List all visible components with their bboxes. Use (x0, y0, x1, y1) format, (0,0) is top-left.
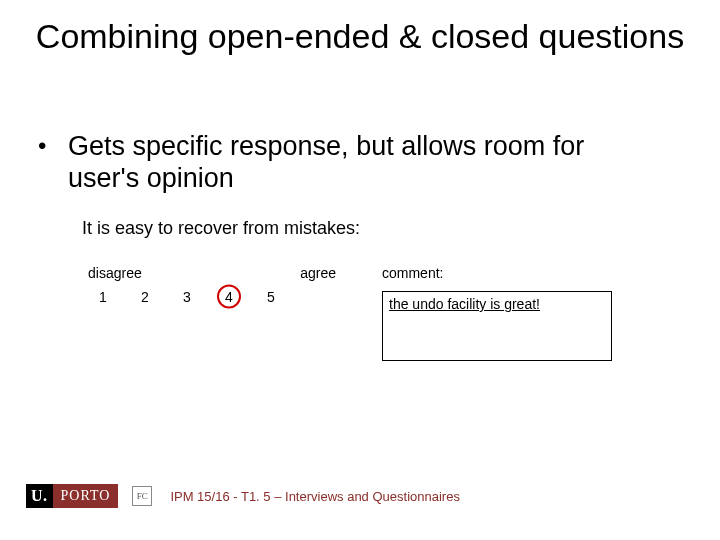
example-block: It is easy to recover from mistakes: dis… (82, 218, 642, 361)
example-prompt: It is easy to recover from mistakes: (82, 218, 642, 239)
scale-5: 5 (250, 287, 292, 307)
footer: U. PORTO FC IPM 15/16 - T1. 5 – Intervie… (26, 484, 460, 508)
comment-box: the undo facility is great! (382, 291, 612, 361)
likert-scale: disagree agree 1 2 3 4 5 (82, 265, 342, 307)
scale-2: 2 (124, 287, 166, 307)
scale-1: 1 (82, 287, 124, 307)
bullet-item: • Gets specific response, but allows roo… (38, 130, 638, 195)
footer-text: IPM 15/16 - T1. 5 – Interviews and Quest… (170, 489, 460, 504)
scale-4-selected: 4 (208, 287, 250, 307)
scale-low-label: disagree (88, 265, 142, 281)
bullet-text: Gets specific response, but allows room … (68, 130, 638, 195)
slide-title: Combining open-ended & closed questions (0, 16, 720, 57)
scale-high-label: agree (300, 265, 336, 281)
comment-label: comment: (382, 265, 612, 281)
logo-porto: PORTO (53, 484, 119, 508)
fc-badge: FC (132, 486, 152, 506)
comment-block: comment: the undo facility is great! (382, 265, 612, 361)
bullet-marker: • (38, 130, 68, 195)
bullet-list: • Gets specific response, but allows roo… (38, 130, 638, 195)
logo-u: U. (26, 484, 53, 508)
uporto-logo: U. PORTO (26, 484, 118, 508)
scale-3: 3 (166, 287, 208, 307)
